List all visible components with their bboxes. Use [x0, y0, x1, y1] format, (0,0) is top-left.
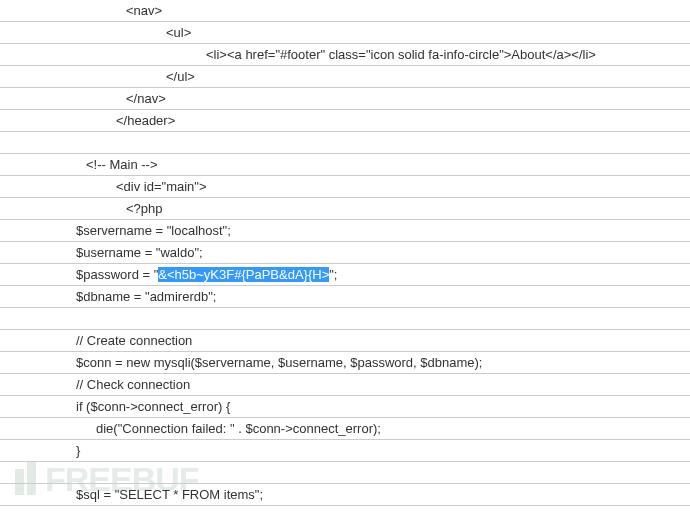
code-line[interactable]: die("Connection failed: " . $conn->conne… [0, 418, 690, 440]
code-line[interactable]: <ul> [0, 22, 690, 44]
code-line[interactable] [0, 308, 690, 330]
code-line[interactable]: $dbname = "admirerdb"; [0, 286, 690, 308]
code-line[interactable]: </nav> [0, 88, 690, 110]
selected-text[interactable]: &<h5b~yK3F#{PaPB&dA}{H> [158, 267, 329, 282]
code-cell[interactable]: <div id="main"> [0, 176, 690, 198]
code-line[interactable]: $result = $conn->query($sql); [0, 506, 690, 512]
code-cell[interactable]: <!-- Main --> [0, 154, 690, 176]
code-line[interactable]: } [0, 440, 690, 462]
code-cell[interactable]: <ul> [0, 22, 690, 44]
code-cell[interactable]: $result = $conn->query($sql); [0, 506, 690, 512]
code-cell[interactable]: <nav> [0, 0, 690, 22]
code-line[interactable]: $sql = "SELECT * FROM items"; [0, 484, 690, 506]
code-cell[interactable]: // Create connection [0, 330, 690, 352]
code-table: <nav><ul><li><a href="#footer" class="ic… [0, 0, 690, 511]
code-cell[interactable]: $dbname = "admirerdb"; [0, 286, 690, 308]
code-body: <nav><ul><li><a href="#footer" class="ic… [0, 0, 690, 511]
code-line[interactable]: // Check connection [0, 374, 690, 396]
code-line[interactable]: $servername = "localhost"; [0, 220, 690, 242]
code-cell[interactable]: $servername = "localhost"; [0, 220, 690, 242]
code-cell[interactable] [0, 462, 690, 484]
code-line[interactable]: <li><a href="#footer" class="icon solid … [0, 44, 690, 66]
code-cell[interactable]: <li><a href="#footer" class="icon solid … [0, 44, 690, 66]
code-cell[interactable] [0, 308, 690, 330]
code-cell[interactable]: if ($conn->connect_error) { [0, 396, 690, 418]
code-cell[interactable]: <?php [0, 198, 690, 220]
code-text: "; [329, 267, 337, 282]
code-cell[interactable]: } [0, 440, 690, 462]
code-line[interactable]: </ul> [0, 66, 690, 88]
code-line[interactable]: <nav> [0, 0, 690, 22]
code-cell[interactable]: // Check connection [0, 374, 690, 396]
code-line[interactable]: if ($conn->connect_error) { [0, 396, 690, 418]
code-cell[interactable]: $conn = new mysqli($servername, $usernam… [0, 352, 690, 374]
code-cell[interactable]: $password = "&<h5b~yK3F#{PaPB&dA}{H>"; [0, 264, 690, 286]
code-line[interactable]: // Create connection [0, 330, 690, 352]
code-cell[interactable]: die("Connection failed: " . $conn->conne… [0, 418, 690, 440]
code-cell[interactable]: </ul> [0, 66, 690, 88]
code-line[interactable]: $password = "&<h5b~yK3F#{PaPB&dA}{H>"; [0, 264, 690, 286]
code-line[interactable]: <div id="main"> [0, 176, 690, 198]
code-cell[interactable] [0, 132, 690, 154]
code-cell[interactable]: </nav> [0, 88, 690, 110]
code-line[interactable]: $username = "waldo"; [0, 242, 690, 264]
code-cell[interactable]: $username = "waldo"; [0, 242, 690, 264]
code-line[interactable]: <!-- Main --> [0, 154, 690, 176]
code-cell[interactable]: $sql = "SELECT * FROM items"; [0, 484, 690, 506]
code-line[interactable]: $conn = new mysqli($servername, $usernam… [0, 352, 690, 374]
code-line[interactable] [0, 132, 690, 154]
code-line[interactable]: <?php [0, 198, 690, 220]
code-line[interactable]: </header> [0, 110, 690, 132]
code-line[interactable] [0, 462, 690, 484]
code-cell[interactable]: </header> [0, 110, 690, 132]
code-text: $password = " [76, 267, 158, 282]
